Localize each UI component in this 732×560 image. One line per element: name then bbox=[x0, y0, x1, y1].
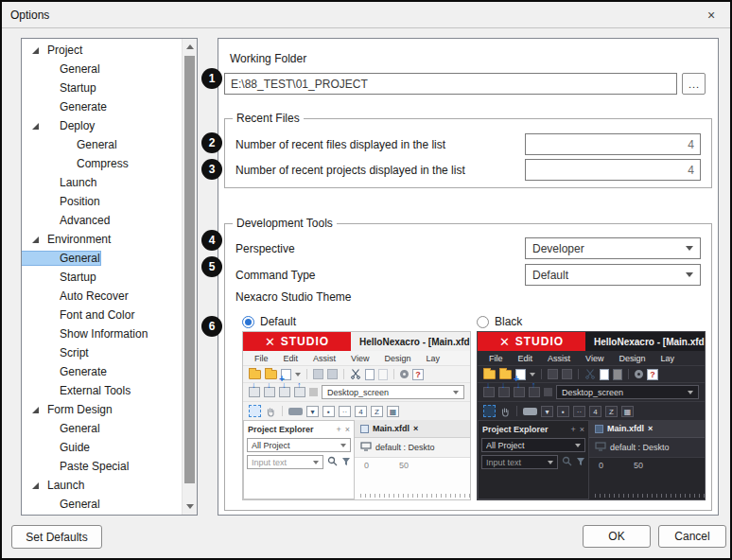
tree-item-advanced[interactable]: Advanced bbox=[22, 211, 181, 230]
gear-icon bbox=[400, 370, 409, 378]
expand-icon[interactable] bbox=[32, 407, 39, 413]
expand-icon[interactable] bbox=[32, 236, 39, 243]
tree-item-external-tools[interactable]: External Tools bbox=[22, 381, 181, 400]
tree-item-general[interactable]: General bbox=[22, 249, 181, 268]
paste-icon bbox=[378, 369, 388, 380]
chevron-down-icon bbox=[295, 373, 301, 376]
open-folder-icon bbox=[483, 370, 496, 379]
close-icon[interactable]: × bbox=[701, 5, 722, 26]
tree-item-position[interactable]: Position bbox=[22, 192, 181, 211]
tree-item-general[interactable]: General bbox=[22, 419, 181, 438]
tree-item-general[interactable]: General bbox=[22, 495, 181, 514]
expand-icon[interactable] bbox=[32, 482, 39, 489]
title-bar[interactable]: Options × bbox=[2, 2, 730, 28]
command-type-select[interactable]: Default bbox=[525, 264, 701, 286]
preview-editor-area: Main.xfdl × default : Deskto 0 50 bbox=[589, 420, 705, 499]
tree-item-show-information[interactable]: Show Information bbox=[22, 324, 181, 343]
preview-project-explorer: Project Explorer + × All Project Input t… bbox=[243, 420, 355, 499]
tree-item-generate[interactable]: Generate bbox=[22, 362, 181, 381]
browse-button[interactable]: ... bbox=[682, 73, 706, 95]
tree-item-generate[interactable]: Generate bbox=[22, 97, 181, 116]
preview-menu-view: View bbox=[585, 354, 603, 363]
copy-icon bbox=[600, 369, 609, 380]
scrollbar-thumb[interactable] bbox=[184, 56, 195, 483]
tree-item-general[interactable]: General bbox=[22, 60, 181, 79]
tree-item-launch[interactable]: Launch bbox=[22, 173, 181, 192]
widget-tool-icon: ·· bbox=[573, 406, 585, 417]
tree-item-auto-recover[interactable]: Auto Recover bbox=[22, 287, 181, 306]
save-all-icon bbox=[327, 369, 338, 379]
copy-icon bbox=[365, 369, 375, 380]
perspective-label: Perspective bbox=[235, 242, 295, 255]
development-tools-group-title: Development Tools bbox=[233, 217, 337, 230]
preview-menu-design: Design bbox=[619, 354, 645, 363]
chevron-down-icon bbox=[530, 373, 535, 376]
preview-toolbar-2: Desktop_screen bbox=[478, 382, 705, 401]
studio-x-icon: ✕ bbox=[499, 335, 511, 349]
cancel-button[interactable]: Cancel bbox=[658, 525, 726, 548]
gear-icon bbox=[635, 370, 643, 378]
tree-item-launch[interactable]: Launch bbox=[22, 476, 181, 495]
expand-icon[interactable] bbox=[32, 47, 39, 54]
tree-item-environment[interactable]: Environment bbox=[22, 230, 181, 249]
options-tree[interactable]: ProjectGeneralStartupGenerateDeployGener… bbox=[21, 38, 198, 516]
recent-files-count-input[interactable] bbox=[525, 133, 701, 155]
import-icon bbox=[264, 387, 275, 397]
save-all-icon bbox=[562, 369, 572, 379]
theme-radio-default[interactable]: Default bbox=[242, 312, 471, 331]
screen-select: Desktop_screen bbox=[322, 385, 464, 399]
set-defaults-button[interactable]: Set Defaults bbox=[11, 525, 102, 549]
recent-projects-count-input[interactable] bbox=[525, 159, 701, 181]
tree-item-script[interactable]: Script bbox=[22, 343, 181, 362]
tree-item-font-and-color[interactable]: Font and Color bbox=[22, 306, 181, 324]
editor-ruler: 0 50 bbox=[589, 457, 705, 499]
preview-menu-design: Design bbox=[384, 354, 410, 363]
preview-toolbar-2: Desktop_screen bbox=[243, 382, 470, 401]
command-type-label: Command Type bbox=[235, 269, 316, 282]
widget-tool-icon: ·· bbox=[339, 406, 351, 417]
toolbar-divider bbox=[282, 406, 283, 416]
hand-icon bbox=[499, 406, 511, 417]
tree-item-compress[interactable]: Compress bbox=[22, 154, 181, 173]
widget-tool-icon: 4 bbox=[355, 406, 367, 417]
preview-menu-edit: Edit bbox=[518, 354, 533, 363]
save-icon bbox=[313, 369, 323, 379]
theme-radio-black[interactable]: Black bbox=[477, 312, 706, 331]
filter-icon bbox=[341, 457, 351, 468]
preview-toolbar-1: ? bbox=[478, 365, 705, 382]
step-badge-4: 4 bbox=[201, 230, 222, 251]
expand-icon[interactable] bbox=[32, 123, 39, 130]
tree-item-form-design[interactable]: Form Design bbox=[22, 400, 181, 419]
radio-icon bbox=[242, 316, 254, 328]
tree-item-guide[interactable]: Guide bbox=[22, 438, 181, 457]
tab-close-icon: × bbox=[648, 424, 653, 433]
recent-projects-count-label: Number of recent projects displayed in t… bbox=[235, 164, 465, 177]
close-icon: × bbox=[345, 425, 350, 434]
widget-tool-icon: ▪ bbox=[557, 406, 569, 417]
perspective-select[interactable]: Developer bbox=[525, 237, 701, 259]
tree-item-deploy[interactable]: Deploy bbox=[22, 116, 181, 135]
options-dialog: Options × ProjectGeneralStartupGenerateD… bbox=[0, 0, 732, 560]
chevron-down-icon bbox=[340, 444, 346, 447]
toolbar-divider bbox=[628, 369, 629, 379]
ok-button[interactable]: OK bbox=[583, 525, 651, 548]
tree-item-project[interactable]: Project bbox=[22, 41, 181, 60]
widget-tool-icon: ▦ bbox=[621, 406, 634, 417]
preview-menu-edit: Edit bbox=[284, 354, 299, 363]
preview-window-title: HelloNexacro - [Main.xfd bbox=[585, 337, 705, 347]
scroll-down-icon[interactable] bbox=[183, 499, 198, 514]
tree-scrollbar[interactable] bbox=[182, 39, 197, 515]
help-icon: ? bbox=[647, 369, 658, 380]
tree-item-general[interactable]: General bbox=[22, 135, 181, 154]
working-folder-input[interactable] bbox=[224, 73, 677, 95]
import-icon bbox=[514, 387, 525, 397]
tree-item-startup[interactable]: Startup bbox=[22, 268, 181, 287]
tree-item-startup[interactable]: Startup bbox=[22, 79, 181, 97]
search-input: Input text bbox=[247, 455, 323, 469]
scroll-up-icon[interactable] bbox=[183, 40, 198, 54]
tree-item-paste-special[interactable]: Paste Special bbox=[22, 457, 181, 476]
selection-marquee-icon bbox=[249, 405, 261, 417]
preview-menu-file: File bbox=[254, 354, 269, 363]
preview-menu-assist: Assist bbox=[313, 354, 336, 363]
export-icon bbox=[294, 387, 305, 397]
